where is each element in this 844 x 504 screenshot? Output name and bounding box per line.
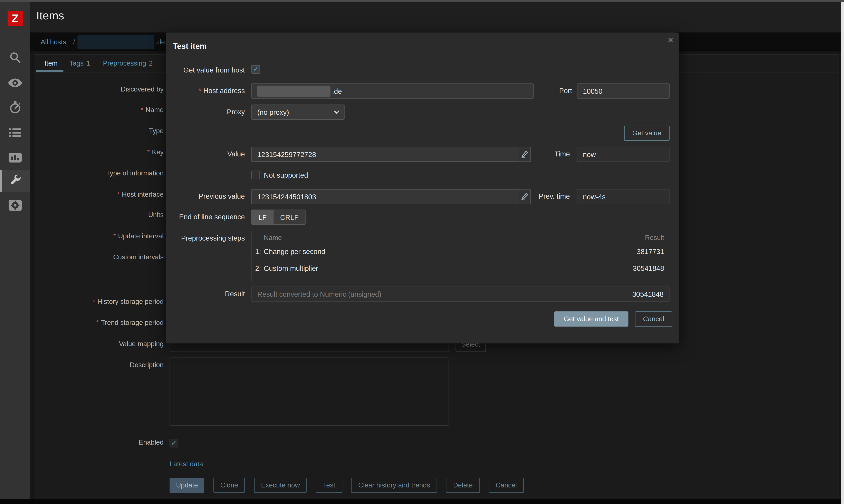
- result-input[interactable]: Result converted to Numeric (unsigned) 3…: [251, 287, 669, 302]
- sidebar-item-data-collection[interactable]: [0, 170, 30, 192]
- modal-title: Test item: [173, 42, 207, 50]
- sidebar-item-services[interactable]: [0, 97, 30, 120]
- form-label-description: Description: [35, 361, 164, 369]
- modal-label-result: Result: [169, 290, 245, 298]
- not-supported-checkbox[interactable]: ✓: [251, 170, 260, 179]
- get-value-and-test-button[interactable]: Get value and test: [554, 311, 628, 326]
- update-button[interactable]: Update: [169, 478, 204, 493]
- host-address-redaction: [257, 85, 330, 97]
- result-value: 30541848: [632, 290, 663, 298]
- step-row-result: 30541848: [633, 264, 664, 272]
- form-label-key: *Key: [35, 148, 164, 156]
- tab-tags-count: 1: [86, 60, 90, 67]
- eol-crlf-option[interactable]: CRLF: [273, 210, 305, 224]
- breadcrumb-all-hosts-link[interactable]: All hosts: [41, 38, 66, 46]
- check-icon: ✓: [253, 66, 258, 73]
- value-input[interactable]: 123154259772728: [251, 147, 531, 162]
- latest-data-link[interactable]: Latest data: [169, 460, 203, 468]
- app-window: Z: [0, 0, 844, 504]
- proxy-select[interactable]: (no proxy): [251, 105, 345, 120]
- time-input[interactable]: now: [577, 147, 669, 162]
- modal-label-host-address: *Host address: [169, 87, 245, 95]
- close-icon[interactable]: ×: [668, 35, 674, 45]
- modal-label-prev-time: Prev. time: [502, 192, 570, 200]
- tab-tags-label: Tags: [69, 60, 84, 67]
- modal-label-value: Value: [169, 150, 245, 158]
- check-icon: ✓: [253, 171, 258, 179]
- form-label-enabled: Enabled: [35, 439, 164, 446]
- host-address-input[interactable]: .de: [251, 83, 534, 98]
- proxy-selected-value: (no proxy): [257, 108, 289, 116]
- form-label-custom-intervals: Custom intervals: [35, 253, 164, 261]
- get-value-from-host-checkbox[interactable]: ✓: [251, 65, 260, 73]
- list-icon: [8, 127, 21, 140]
- previous-value-input[interactable]: 123154244501803: [251, 189, 531, 204]
- sidebar-item-search[interactable]: [0, 47, 30, 70]
- step-row-name: Custom multiplier: [264, 264, 318, 272]
- sidebar-active-accent: [0, 170, 2, 192]
- search-icon: [8, 51, 21, 66]
- check-icon: ✓: [171, 439, 177, 447]
- clear-history-and-trends-button[interactable]: Clear history and trends: [351, 478, 437, 493]
- form-label-value-mapping: Value mapping: [35, 340, 164, 348]
- test-item-modal: Test item × Get value from host ✓ *Host …: [166, 33, 679, 343]
- form-label-update-interval: *Update interval: [35, 232, 164, 240]
- zabbix-logo[interactable]: Z: [7, 11, 23, 26]
- description-textarea[interactable]: [169, 357, 449, 426]
- modal-cancel-button[interactable]: Cancel: [635, 311, 672, 326]
- execute-now-button[interactable]: Execute now: [254, 478, 307, 493]
- eye-icon: [7, 77, 22, 90]
- tab-preprocessing-label: Preprocessing: [103, 60, 146, 67]
- window-top-strip: [0, 0, 844, 2]
- breadcrumb-host-suffix[interactable]: .de: [156, 38, 165, 46]
- test-button[interactable]: Test: [316, 478, 342, 493]
- clone-button[interactable]: Clone: [213, 478, 245, 493]
- step-row-number: 1:: [255, 248, 261, 256]
- step-row-name: Change per second: [264, 248, 325, 256]
- form-label-type: Type: [35, 127, 164, 135]
- port-input[interactable]: 10050: [577, 83, 669, 98]
- host-address-suffix: .de: [332, 87, 342, 95]
- prev-time-input[interactable]: now-4s: [577, 189, 669, 204]
- value-text: 123154259772728: [257, 150, 316, 159]
- form-label-name: *Name: [35, 106, 164, 114]
- sidebar-item-inventory[interactable]: [0, 122, 30, 145]
- form-footer-buttons: Update Clone Execute now Test Clear hist…: [169, 478, 524, 493]
- form-label-history-storage-period: *History storage period: [35, 298, 164, 306]
- chevron-down-icon: [334, 108, 339, 114]
- tab-item[interactable]: Item: [44, 60, 57, 67]
- preprocessing-name-header: Name: [264, 234, 282, 241]
- get-value-button[interactable]: Get value: [624, 126, 669, 141]
- page-title: Items: [36, 9, 64, 22]
- step-row-result: 3817731: [637, 248, 664, 256]
- bar-chart-icon: [8, 152, 22, 165]
- sidebar-item-reports[interactable]: [0, 147, 30, 170]
- form-label-trend-storage-period: *Trend storage period: [35, 319, 164, 326]
- sidebar-item-administration[interactable]: [0, 194, 30, 217]
- modal-label-preprocessing-steps: Preprocessing steps: [169, 234, 245, 242]
- result-placeholder: Result converted to Numeric (unsigned): [257, 290, 381, 298]
- not-supported-label: Not supported: [264, 171, 308, 179]
- eol-lf-option[interactable]: LF: [252, 210, 273, 224]
- delete-button[interactable]: Delete: [446, 478, 480, 493]
- form-label-discovered-by: Discovered by: [35, 86, 164, 93]
- enabled-checkbox[interactable]: ✓: [169, 439, 178, 447]
- breadcrumb-separator: /: [73, 38, 75, 46]
- tab-tags[interactable]: Tags1: [69, 60, 90, 67]
- sidebar: Z: [0, 2, 30, 499]
- sidebar-item-monitoring[interactable]: [0, 72, 30, 95]
- modal-label-previous-value: Previous value: [169, 192, 245, 200]
- cancel-button[interactable]: Cancel: [489, 478, 524, 493]
- scrollbar[interactable]: [841, 2, 844, 504]
- page-footer-strip: [0, 499, 844, 504]
- preprocessing-result-header: Result: [645, 234, 664, 241]
- page-header: [30, 2, 844, 33]
- modal-label-time: Time: [502, 150, 570, 158]
- breadcrumb-host-redaction: [77, 35, 155, 50]
- gear-icon: [8, 199, 22, 213]
- eol-toggle: LF CRLF: [251, 210, 306, 224]
- tab-preprocessing-count: 2: [149, 60, 152, 67]
- form-label-type-of-information: Type of information: [35, 169, 164, 177]
- preprocessing-table: Name Result 1: Change per second 3817731…: [251, 231, 667, 282]
- tab-preprocessing[interactable]: Preprocessing2: [103, 60, 153, 67]
